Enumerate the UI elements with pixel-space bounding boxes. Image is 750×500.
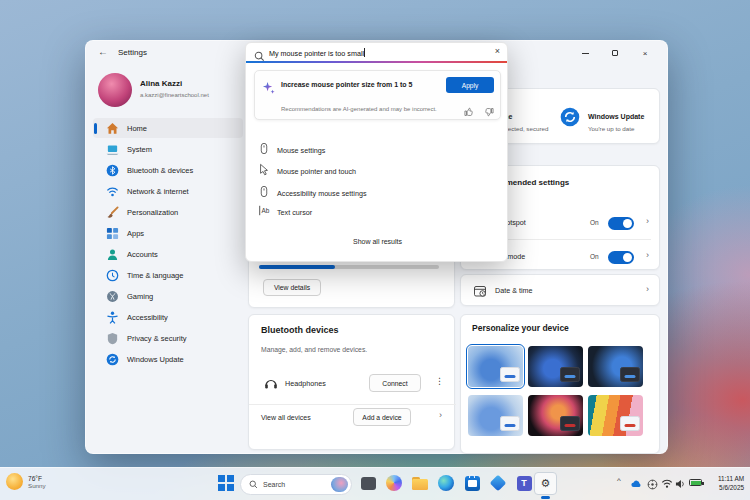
task-view-button[interactable] — [359, 474, 377, 492]
edge-button[interactable] — [437, 474, 455, 492]
sidebar-item-time-language[interactable]: Time & language — [93, 265, 243, 285]
personalize-title: Personalize your device — [472, 323, 569, 333]
minimize-button[interactable] — [573, 45, 597, 61]
clock-icon — [105, 268, 119, 282]
thumbs-up-icon[interactable] — [464, 103, 475, 121]
calendar-icon — [473, 284, 487, 302]
volume-icon[interactable] — [675, 479, 686, 489]
search-result-mouse-settings[interactable]: Mouse settings — [246, 141, 509, 159]
m365-copilot-button[interactable] — [489, 474, 507, 492]
taskbar-search[interactable]: Search — [240, 474, 352, 495]
onedrive-icon[interactable] — [630, 479, 643, 488]
sidebar-item-label: Apps — [127, 229, 144, 238]
theme-thumbnail-2[interactable] — [528, 346, 583, 387]
task-view-icon — [361, 477, 376, 490]
personalize-card: Personalize your device — [460, 314, 660, 454]
copilot-icon — [386, 475, 402, 491]
weather-condition: Sunny — [28, 482, 46, 489]
store-button[interactable] — [463, 474, 481, 492]
connect-button[interactable]: Connect — [369, 374, 421, 392]
teams-icon: T — [517, 476, 532, 491]
tray-chevron-up-icon[interactable]: ^ — [617, 476, 621, 485]
theme-thumbnail-6[interactable] — [588, 395, 643, 436]
theme-thumbnail-4[interactable] — [468, 395, 523, 436]
desktop: ← Settings × Alina Kazzi a.kazzi@fineart… — [0, 0, 750, 500]
view-all-devices-link[interactable]: View all devices — [261, 414, 311, 421]
teams-button[interactable]: T — [515, 474, 533, 492]
sidebar-item-label: Privacy & security — [127, 334, 187, 343]
hotspot-state: On — [590, 219, 599, 226]
clear-search-icon[interactable]: × — [495, 46, 500, 56]
shield-icon — [105, 331, 119, 345]
airplane-toggle[interactable] — [608, 251, 634, 264]
sidebar-item-bluetooth[interactable]: Bluetooth & devices — [93, 160, 243, 180]
clock-widget[interactable]: 11:11 AM 5/6/2025 — [718, 474, 744, 493]
chevron-right-icon[interactable]: › — [646, 217, 649, 226]
more-options-icon[interactable]: ⋮ — [435, 376, 444, 386]
tray-time: 11:11 AM — [718, 474, 744, 483]
security-icon[interactable] — [647, 479, 658, 490]
sidebar-item-accounts[interactable]: Accounts — [93, 244, 243, 264]
apply-button[interactable]: Apply — [446, 77, 494, 93]
accessibility-icon — [105, 310, 119, 324]
sidebar-item-network[interactable]: Network & internet — [93, 181, 243, 201]
copilot-button[interactable] — [385, 474, 403, 492]
sidebar-item-gaming[interactable]: Gaming — [93, 286, 243, 306]
back-icon[interactable]: ← — [98, 46, 108, 57]
hotspot-toggle[interactable] — [608, 217, 634, 230]
date-time-row[interactable]: Date & time › — [460, 274, 660, 306]
storage-progress-fill — [259, 265, 335, 269]
search-input[interactable]: My mouse pointer is too small — [269, 48, 365, 58]
apps-grid-icon — [105, 226, 119, 240]
sidebar-item-system[interactable]: System — [93, 139, 243, 159]
show-all-results-link[interactable]: Show all results — [246, 238, 509, 245]
sidebar-item-apps[interactable]: Apps — [93, 223, 243, 243]
avatar[interactable] — [98, 73, 132, 107]
thumbs-down-icon[interactable] — [483, 104, 494, 122]
maximize-button[interactable] — [603, 45, 627, 61]
sidebar-item-personalization[interactable]: Personalization — [93, 202, 243, 222]
file-explorer-button[interactable] — [411, 474, 429, 492]
person-icon — [105, 247, 119, 261]
taskbar-search-label: Search — [263, 481, 285, 488]
home-icon — [105, 121, 119, 135]
mouse-icon — [258, 141, 270, 159]
m365-icon — [490, 475, 507, 492]
active-indicator — [94, 123, 97, 134]
sidebar-item-label: Accessibility — [127, 313, 168, 322]
theme-thumbnail-1[interactable] — [468, 346, 523, 387]
tray-wifi-icon[interactable] — [661, 479, 673, 489]
battery-icon[interactable] — [689, 479, 702, 486]
search-result-text-cursor[interactable]: Ab Text cursor — [246, 203, 509, 221]
weather-widget[interactable]: 76°F Sunny — [6, 473, 46, 490]
wifi-icon — [105, 184, 119, 198]
chevron-right-icon[interactable]: › — [646, 251, 649, 260]
sun-icon — [6, 473, 23, 490]
sidebar-item-accessibility[interactable]: Accessibility — [93, 307, 243, 327]
search-flyout: My mouse pointer is too small × Increase… — [245, 42, 508, 262]
store-icon — [465, 476, 480, 491]
bluetooth-subtitle: Manage, add, and remove devices. — [261, 346, 367, 353]
window-title: Settings — [118, 48, 147, 57]
sidebar-item-privacy[interactable]: Privacy & security — [93, 328, 243, 348]
start-button[interactable] — [217, 474, 235, 492]
user-email: a.kazzi@fineartschool.net — [140, 92, 209, 98]
add-device-button[interactable]: Add a device — [353, 408, 411, 426]
close-window-button[interactable]: × — [633, 45, 657, 61]
sidebar-item-label: Network & internet — [127, 187, 189, 196]
result-label: Mouse pointer and touch — [277, 167, 356, 176]
taskbar: 76°F Sunny Search — [0, 467, 750, 500]
sidebar-item-label: Gaming — [127, 292, 153, 301]
search-result-accessibility-mouse[interactable]: Accessibility mouse settings — [246, 184, 509, 202]
sidebar-item-home[interactable]: Home — [93, 118, 243, 138]
theme-thumbnail-5[interactable] — [528, 395, 583, 436]
theme-thumbnail-3[interactable] — [588, 346, 643, 387]
view-details-button[interactable]: View details — [263, 279, 321, 296]
windows-update-icon — [560, 107, 580, 131]
ai-gradient-divider — [246, 61, 507, 63]
settings-app-button-active[interactable]: ⚙ — [534, 472, 557, 495]
search-result-mouse-pointer[interactable]: Mouse pointer and touch — [246, 162, 509, 180]
sidebar-item-windows-update[interactable]: Windows Update — [93, 349, 243, 369]
airplane-state: On — [590, 253, 599, 260]
weather-temp: 76°F — [28, 475, 46, 482]
